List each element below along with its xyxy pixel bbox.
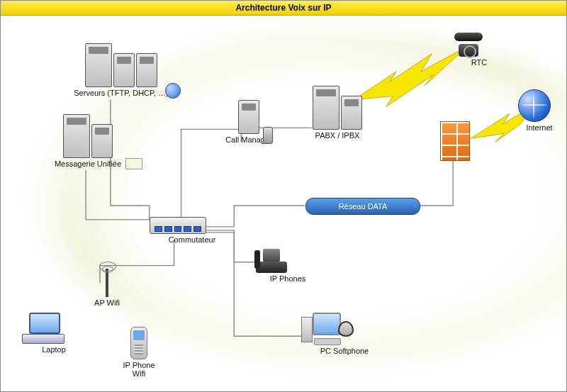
pc-icon <box>305 313 348 345</box>
messaging-icon <box>35 114 141 158</box>
node-ipphones: IP Phones <box>256 249 320 283</box>
node-pabx: PABX / IPBX <box>298 86 376 140</box>
title-text: Architecture Voix sur IP <box>235 3 331 13</box>
title-bar: Architecture Voix sur IP <box>1 1 566 16</box>
node-messaging: Messagerie Unifiée <box>35 114 141 168</box>
servers-label: Serveurs (TFTP, DHCP, …) <box>64 89 178 97</box>
data-label: Réseau DATA <box>339 202 388 211</box>
mobile-icon <box>130 327 147 359</box>
pabx-icon <box>298 86 376 130</box>
laptop-label: Laptop <box>22 345 86 354</box>
node-switch: Commutateur <box>150 217 235 244</box>
node-callmanager: Call Manager <box>213 100 284 144</box>
node-rtc: RTC <box>454 33 504 67</box>
switch-icon <box>150 217 206 234</box>
globe-icon <box>518 89 551 122</box>
diagram-frame: Architecture Voix sur IP <box>0 0 567 392</box>
antenna-icon <box>106 269 108 297</box>
firewall-icon <box>440 121 470 161</box>
pabx-label: PABX / IPBX <box>298 131 376 140</box>
ipphonewifi-label: IP Phone Wifi <box>111 361 167 378</box>
node-laptop: Laptop <box>22 313 86 354</box>
ipphones-label: IP Phones <box>256 274 320 283</box>
node-internet: Internet <box>518 89 561 132</box>
callmanager-label: Call Manager <box>213 135 284 144</box>
node-servers: Serveurs (TFTP, DHCP, …) <box>64 43 178 97</box>
phone-icon <box>454 33 483 57</box>
node-firewall <box>440 121 483 161</box>
rtc-label: RTC <box>454 58 504 67</box>
internet-label: Internet <box>518 123 561 132</box>
apwifi-label: AP Wifi <box>82 298 132 307</box>
laptop-icon <box>22 313 64 344</box>
ipphone-icon <box>256 249 287 273</box>
node-softphone: PC Softphone <box>305 313 383 355</box>
node-ipphonewifi: IP Phone Wifi <box>111 327 167 378</box>
servers-icon <box>64 43 178 87</box>
switch-label: Commutateur <box>150 235 235 244</box>
callmanager-icon <box>213 100 284 134</box>
diagram-canvas: Serveurs (TFTP, DHCP, …) Messagerie Unif… <box>1 15 566 391</box>
node-apwifi: AP Wifi <box>82 269 132 307</box>
node-data: Réseau DATA <box>305 198 420 215</box>
softphone-label: PC Softphone <box>305 347 383 355</box>
